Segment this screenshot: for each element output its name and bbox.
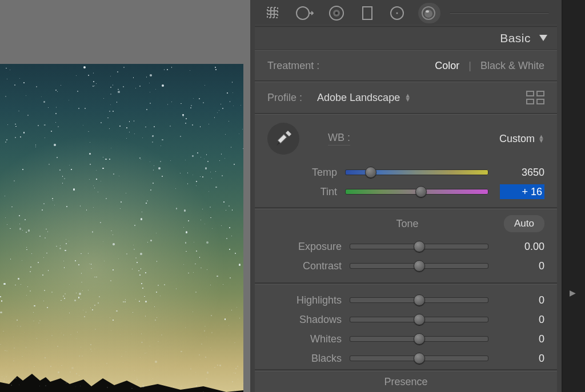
highlights-slider[interactable] (350, 297, 488, 303)
profile-browser-button[interactable] (526, 91, 544, 104)
adjustment-brush-tool[interactable] (418, 3, 440, 23)
contrast-thumb[interactable] (414, 260, 425, 272)
shadows-slider-row: Shadows 0 (267, 310, 544, 329)
treatment-separator: | (468, 60, 471, 72)
blacks-value[interactable]: 0 (496, 353, 544, 365)
spot-removal-tool[interactable] (295, 5, 314, 22)
temp-value[interactable]: 3650 (496, 167, 544, 179)
temp-slider[interactable] (345, 169, 488, 175)
tint-label: Tint (267, 186, 337, 198)
highlights-label: Highlights (267, 294, 342, 306)
red-eye-tool[interactable] (327, 5, 346, 22)
shadows-value[interactable]: 0 (496, 314, 544, 326)
tool-strip (255, 0, 557, 26)
svg-point-11 (396, 12, 398, 14)
svg-rect-0 (267, 7, 278, 18)
svg-rect-9 (363, 7, 372, 19)
svg-point-8 (335, 11, 338, 14)
contrast-value[interactable]: 0 (496, 260, 544, 272)
svg-point-14 (426, 10, 429, 13)
profile-picker[interactable]: Adobe Landscape ▲▼ (317, 92, 411, 104)
brush-size-indicator[interactable] (450, 13, 549, 14)
tint-value-input[interactable] (500, 184, 544, 199)
shadows-thumb[interactable] (414, 314, 425, 325)
image-preview[interactable] (0, 64, 243, 392)
profile-label: Profile : (267, 92, 302, 104)
develop-panel-area: Basic Treatment : Color | Black & White … (250, 0, 585, 392)
treatment-color[interactable]: Color (435, 60, 459, 72)
horizon-silhouette (0, 361, 243, 392)
svg-rect-16 (278, 135, 287, 144)
presence-section-header: Presence (255, 371, 557, 392)
highlights-thumb[interactable] (414, 294, 425, 306)
shadows-label: Shadows (267, 314, 342, 326)
exposure-slider[interactable] (350, 244, 488, 249)
eyedropper-icon (272, 127, 295, 150)
temp-label: Temp (267, 167, 337, 179)
contrast-slider[interactable] (350, 263, 488, 269)
chevron-up-down-icon: ▲▼ (404, 94, 411, 102)
contrast-label: Contrast (267, 260, 342, 272)
treatment-section: Treatment : Color | Black & White (255, 50, 557, 81)
treatment-label: Treatment : (267, 60, 319, 72)
blacks-label: Blacks (267, 353, 342, 365)
exposure-value[interactable]: 0.00 (496, 241, 544, 253)
svg-marker-15 (539, 35, 547, 41)
collapse-icon (539, 31, 548, 45)
highlights-slider-row: Highlights 0 (267, 290, 544, 310)
white-balance-section: WB : Custom ▲▼ Temp 3650 Tint (255, 114, 557, 208)
whites-slider[interactable] (350, 336, 488, 342)
temp-slider-row: Temp 3650 (267, 163, 544, 182)
whites-label: Whites (267, 333, 342, 345)
whites-value[interactable]: 0 (496, 333, 544, 345)
tone-extended-section: Highlights 0 Shadows 0 Whites 0 Blacks (255, 284, 557, 370)
contrast-slider-row: Contrast 0 (267, 256, 544, 276)
temp-thumb[interactable] (365, 167, 376, 178)
highlights-value[interactable]: 0 (496, 294, 544, 306)
tint-value-cell (496, 184, 544, 199)
profile-value: Adobe Landscape (317, 92, 400, 104)
panel-header-basic[interactable]: Basic (255, 27, 557, 49)
tone-section: Tone Auto Exposure 0.00 Contrast 0 (255, 209, 557, 283)
panel-scroll-gutter[interactable]: ▶ (563, 0, 585, 392)
blacks-slider-row: Blacks 0 (267, 349, 544, 368)
exposure-thumb[interactable] (414, 241, 425, 252)
presence-label: Presence (384, 376, 427, 387)
blacks-slider[interactable] (350, 355, 488, 361)
radial-filter-tool[interactable] (388, 5, 406, 22)
develop-panel: Basic Treatment : Color | Black & White … (250, 0, 563, 392)
shadows-slider[interactable] (350, 317, 488, 322)
treatment-bw[interactable]: Black & White (480, 60, 544, 72)
crop-tool[interactable] (263, 5, 282, 22)
wb-label: WB : (328, 132, 350, 146)
white-balance-eyedropper[interactable] (267, 123, 299, 155)
tint-thumb[interactable] (415, 186, 427, 197)
graduated-filter-tool[interactable] (359, 5, 376, 22)
panel-title: Basic (500, 31, 531, 45)
exposure-label: Exposure (267, 241, 342, 253)
tint-slider-row: Tint (267, 182, 544, 201)
wb-preset-picker[interactable]: Custom ▲▼ (499, 133, 544, 145)
profile-section: Profile : Adobe Landscape ▲▼ (255, 82, 557, 114)
whites-slider-row: Whites 0 (267, 329, 544, 349)
expand-arrow-icon[interactable]: ▶ (570, 288, 576, 297)
wb-value: Custom (499, 133, 535, 145)
whites-thumb[interactable] (414, 333, 425, 345)
exposure-slider-row: Exposure 0.00 (267, 237, 544, 256)
tone-label: Tone (267, 218, 504, 230)
svg-point-5 (296, 7, 309, 19)
chevron-up-down-icon: ▲▼ (538, 135, 544, 143)
blacks-thumb[interactable] (414, 353, 425, 364)
tint-slider[interactable] (345, 189, 488, 195)
auto-tone-button[interactable]: Auto (504, 215, 544, 232)
